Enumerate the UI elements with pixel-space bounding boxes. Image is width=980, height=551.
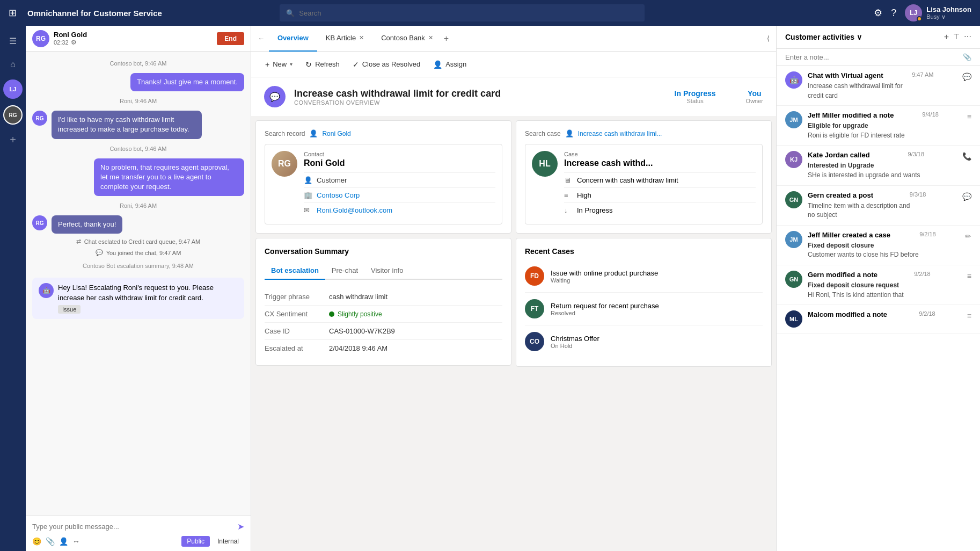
sidebar-menu-icon[interactable]: ☰ [2, 30, 24, 52]
refresh-button[interactable]: ↻ Refresh [300, 57, 345, 71]
sidebar-home-icon[interactable]: ⌂ [2, 54, 24, 75]
activity-description2: no subject [808, 211, 971, 220]
summary-title: Conversation Summary [265, 247, 502, 256]
activity-avatar: GN [785, 271, 802, 288]
activity-item: KJ Kate Jordan called 9/3/18 📞 Intereste… [777, 146, 980, 185]
recent-case-item: CO Christmas Offer On Hold [525, 325, 763, 358]
system-message: ⇄ Chat esclated to Credit card queue, 9:… [32, 238, 244, 245]
chat-timer: 02:32 [54, 39, 69, 46]
more-activity-icon[interactable]: ⋯ [964, 32, 971, 42]
chat-contact-name: Roni Gold [54, 31, 87, 39]
activity-time: 9/4/18 [922, 111, 939, 118]
activity-avatar: ML [785, 310, 802, 328]
activity-item: ML Malcom modified a note 9/2/18 ≡ [777, 305, 980, 334]
tab-kb-article[interactable]: KB Article ✕ [317, 26, 372, 52]
contacts-icon[interactable]: 👤 [59, 537, 68, 546]
settings-icon[interactable]: ⚙ [874, 7, 882, 19]
add-tab-button[interactable]: + [444, 34, 449, 44]
pre-chat-tab[interactable]: Pre-chat [325, 262, 364, 280]
filter-activity-icon[interactable]: ⊤ [953, 32, 960, 42]
case-status: Waiting [551, 277, 658, 284]
send-button[interactable]: ➤ [237, 521, 244, 532]
sentiment-dot [329, 311, 334, 317]
note-input[interactable] [785, 53, 959, 61]
bot-escalation-tab[interactable]: Bot escalation [265, 262, 325, 280]
visitor-info-tab[interactable]: Visitor info [364, 262, 409, 280]
activity-description2: credit card [808, 92, 971, 100]
expand-tab-icon[interactable]: ⟨ [767, 34, 770, 42]
new-icon: + [265, 60, 269, 69]
dropdown-chevron-icon[interactable]: ▾ [290, 61, 292, 67]
user-menu[interactable]: LJ Lisa Johnson Busy ∨ [905, 4, 971, 21]
search-case-link[interactable]: Increase cash withdraw limi... [578, 130, 662, 137]
avatar: LJ [905, 4, 922, 21]
search-input[interactable] [299, 9, 638, 17]
activity-description2: Customer wants to close his FD before [808, 251, 971, 259]
back-button[interactable]: ← [258, 34, 265, 42]
close-contoso-tab-icon[interactable]: ✕ [428, 34, 433, 41]
case-icon-co: CO [525, 332, 544, 351]
close-as-resolved-button[interactable]: ✓ Close as Resolved [347, 57, 426, 71]
status-value[interactable]: In Progress [675, 89, 716, 98]
transfer-icon[interactable]: ↔ [72, 537, 80, 546]
activity-description2: Roni is eligible for FD interest rate [808, 132, 971, 140]
note-icon: ≡ [967, 272, 971, 280]
help-icon[interactable]: ? [891, 8, 896, 19]
search-case-label: Search case [525, 130, 561, 137]
bot-message: No problem, that requires agent approval… [94, 158, 244, 197]
activities-header: Customer activities ∨ + ⊤ ⋯ [777, 26, 980, 49]
conversation-header: 💬 Increase cash withdrawal limit for cre… [251, 77, 776, 116]
company-icon: 🏢 [304, 191, 312, 199]
end-button[interactable]: End [217, 32, 244, 45]
case-status-value: In Progress [577, 206, 612, 214]
conversation-owner: You Owner [746, 89, 763, 104]
case-priority-value: High [577, 191, 591, 199]
internal-tab[interactable]: Internal [212, 536, 244, 547]
contact-email-field: ✉ Roni.Gold@outlook.com [304, 202, 495, 218]
search-record-link[interactable]: Roni Gold [322, 130, 350, 137]
activity-name: Gern modified a note [808, 271, 877, 279]
activity-time: 9/3/18 [908, 151, 925, 157]
owner-value[interactable]: You [746, 89, 763, 98]
timestamp: Contoso Bot escalation summary, 9:48 AM [32, 263, 244, 269]
attachment-icon[interactable]: 📎 [46, 537, 55, 546]
activity-name: Jeff Miller modified a note [808, 111, 894, 119]
user-avatar: RG [32, 111, 47, 126]
chevron-down-icon[interactable]: ∨ [857, 33, 862, 41]
contact-company-link[interactable]: Contoso Corp [317, 191, 360, 199]
waffle-icon[interactable]: ⊞ [9, 7, 17, 19]
case-action-icon: ✏ [965, 232, 971, 241]
search-bar[interactable]: 🔍 [280, 4, 645, 21]
sidebar-contact-icon[interactable]: RG [3, 105, 23, 125]
activity-time: 9/2/18 [914, 271, 931, 277]
activity-description: Eligible for upgrade [808, 122, 971, 130]
emoji-icon[interactable]: 😊 [32, 537, 41, 546]
contact-name: Roni Gold [304, 158, 495, 168]
add-activity-icon[interactable]: + [944, 32, 949, 42]
customer-activities-panel: Customer activities ∨ + ⊤ ⋯ 📎 🤖 Chat [776, 26, 980, 551]
sidebar-avatar[interactable]: LJ [3, 79, 23, 99]
sidebar-add-icon[interactable]: + [2, 129, 24, 150]
attachment-note-icon[interactable]: 📎 [963, 53, 971, 61]
recent-case-item: FD Issue with online product purchase Wa… [525, 260, 763, 293]
activity-description: Increase cash withdrawal limit for [808, 82, 971, 91]
new-button[interactable]: + New ▾ [260, 57, 298, 71]
chat-settings-icon[interactable]: ⚙ [71, 39, 77, 46]
activity-item: GN Gern created a post 9/3/18 💬 Timeline… [777, 186, 980, 226]
search-case-icon: 👤 [565, 129, 574, 137]
transfer-icon: ⇄ [76, 238, 81, 245]
top-navigation: ⊞ Omnichannel for Customer Service 🔍 ⚙ ?… [0, 0, 980, 26]
tab-overview[interactable]: Overview [269, 26, 317, 52]
activity-item: JM Jeff Miller created a case 9/2/18 ✏ F… [777, 226, 980, 265]
public-tab[interactable]: Public [181, 536, 210, 547]
status-indicator [917, 16, 922, 21]
tab-contoso-bank[interactable]: Contoso Bank ✕ [372, 26, 442, 52]
contact-email-link[interactable]: Roni.Gold@outlook.com [317, 206, 392, 214]
action-bar: + New ▾ ↻ Refresh ✓ Close as Resolved 👤 … [251, 52, 776, 77]
activity-description: Fixed deposit closure [808, 242, 971, 250]
contact-avatar: RG [272, 151, 297, 177]
recent-case-item: FT Return request for recent purchase Re… [525, 293, 763, 325]
assign-button[interactable]: 👤 Assign [428, 57, 472, 71]
close-kb-tab-icon[interactable]: ✕ [359, 34, 364, 41]
message-input[interactable] [32, 520, 233, 533]
